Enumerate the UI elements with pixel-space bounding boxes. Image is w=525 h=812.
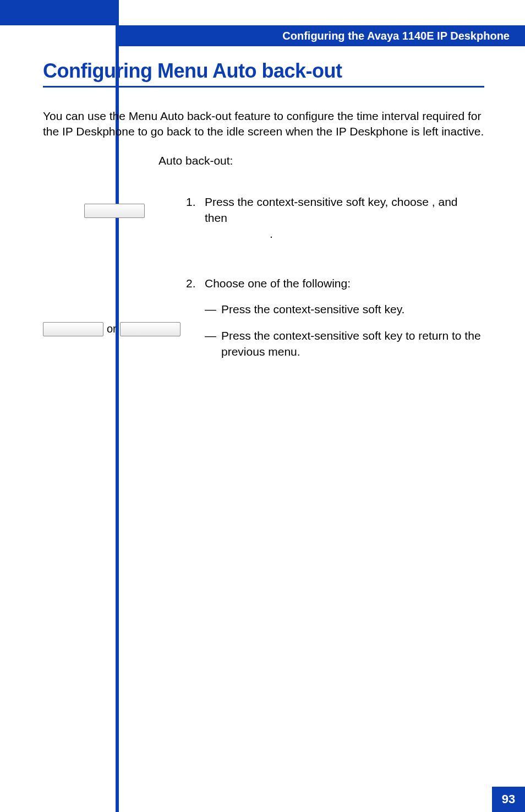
running-header: Configuring the Avaya 1140E IP Deskphone	[116, 25, 525, 46]
step-1-line: Press the context-sensitive soft key, ch…	[205, 195, 458, 224]
top-left-bar	[0, 0, 116, 25]
page-number: 93	[502, 792, 515, 806]
step-2-row: or 2. Choose one of the following: — Pre…	[43, 275, 484, 360]
running-header-title: Configuring the Avaya 1140E IP Deskphone	[282, 30, 510, 42]
or-label: or	[107, 323, 117, 335]
dash-icon: —	[205, 328, 221, 360]
step-2-number: 2.	[186, 275, 205, 291]
section-title: Configuring Menu Auto back-out	[43, 59, 484, 88]
step-2-text: 2. Choose one of the following: — Press …	[186, 275, 484, 360]
step-1-row: 1. Press the context-sensitive soft key,…	[43, 194, 484, 242]
page-content: Configuring Menu Auto back-out You can u…	[43, 59, 484, 393]
soft-key-button-b[interactable]	[120, 322, 181, 336]
page-number-box: 93	[492, 787, 525, 812]
step-2-sub-b: — Press the context-sensitive soft key t…	[186, 328, 484, 360]
step-1-number: 1.	[186, 194, 205, 242]
lead-in-text: Auto back-out:	[158, 154, 484, 167]
step-2-sub-a-text: Press the context-sensitive soft key.	[221, 301, 484, 317]
soft-key-button[interactable]	[84, 204, 145, 218]
step-2-line: Choose one of the following:	[205, 277, 351, 290]
step-2-sub-b-text: Press the context-sensitive soft key to …	[221, 328, 484, 360]
step-1-text: 1. Press the context-sensitive soft key,…	[186, 194, 484, 242]
intro-paragraph: You can use the Menu Auto back-out featu…	[43, 108, 484, 140]
step-2-key-area: or	[43, 275, 186, 336]
dash-icon: —	[205, 301, 221, 317]
soft-key-button-a[interactable]	[43, 322, 103, 336]
step-2-sub-a: — Press the context-sensitive soft key.	[186, 301, 484, 317]
step-1-key-area	[43, 194, 186, 218]
step-1-tail: .	[270, 227, 273, 240]
